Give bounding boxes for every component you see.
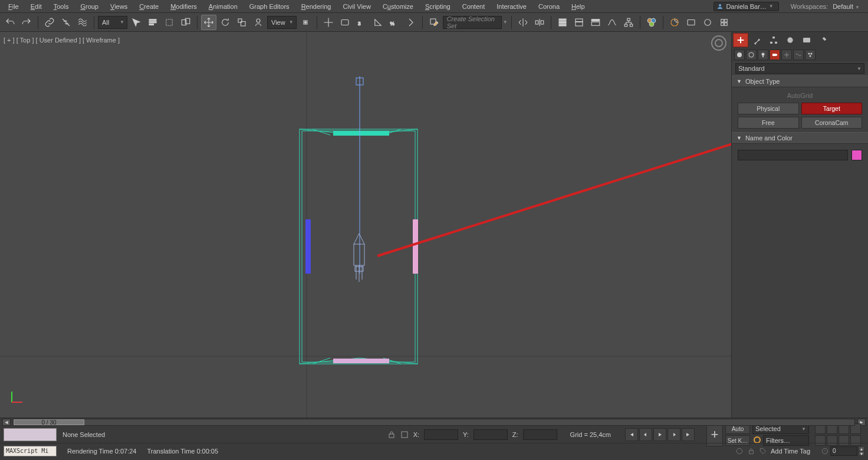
tab-modify[interactable] — [749, 33, 765, 47]
menu-interactive[interactable]: Interactive — [491, 1, 532, 12]
toggle-layer-explorer-button[interactable] — [571, 15, 587, 30]
menu-scripting[interactable]: Scripting — [419, 1, 456, 12]
camera-type-coronacam[interactable]: CoronaCam — [801, 117, 863, 129]
goto-end-button[interactable] — [682, 428, 695, 441]
render-production-button[interactable] — [700, 15, 715, 30]
previous-frame-button[interactable] — [639, 428, 652, 441]
bind-space-warp-button[interactable] — [75, 15, 90, 30]
autogrid-checkbox[interactable]: AutoGrid — [738, 91, 862, 103]
coord-x-input[interactable] — [424, 429, 458, 440]
time-tag-icon[interactable] — [759, 447, 767, 455]
redo-button[interactable] — [19, 15, 34, 30]
next-frame-button[interactable] — [668, 428, 680, 441]
object-color-swatch[interactable] — [851, 150, 862, 160]
material-editor-button[interactable] — [644, 15, 659, 30]
edit-named-selection-button[interactable] — [426, 15, 442, 30]
toggle-scene-explorer-button[interactable] — [555, 15, 570, 30]
menu-group[interactable]: Group — [74, 1, 104, 12]
time-slider-handle[interactable]: 0 / 30 — [14, 419, 84, 425]
maxscript-listener[interactable]: MAXScript Mi — [4, 446, 57, 456]
tab-display[interactable] — [799, 33, 814, 47]
rectangular-selection-button[interactable] — [162, 15, 177, 30]
angle-snap-button[interactable] — [370, 15, 386, 30]
select-object-button[interactable] — [129, 15, 144, 30]
menu-corona[interactable]: Corona — [532, 1, 565, 12]
add-time-tag-button[interactable]: Add Time Tag — [771, 448, 810, 455]
category-geometry[interactable] — [734, 50, 745, 60]
menu-file[interactable]: File — [2, 1, 25, 12]
window-crossing-button[interactable] — [178, 15, 193, 30]
menu-tools[interactable]: Tools — [48, 1, 75, 12]
spinner-snap-button[interactable] — [403, 15, 419, 30]
trackbar-thumbnail[interactable] — [4, 428, 57, 441]
absolute-mode-icon[interactable] — [400, 431, 409, 439]
menu-graph-editors[interactable]: Graph Editors — [244, 1, 295, 12]
frame-spinner-up[interactable]: ▲ — [859, 446, 864, 451]
current-frame-input[interactable]: 0 — [830, 446, 857, 456]
select-and-move-button[interactable] — [201, 15, 216, 30]
camera-type-free[interactable]: Free — [738, 117, 799, 129]
frame-spinner-down[interactable]: ▼ — [859, 451, 864, 456]
camera-type-physical[interactable]: Physical — [738, 103, 799, 114]
play-button[interactable] — [653, 428, 666, 441]
menu-views[interactable]: Views — [104, 1, 133, 12]
mirror-button[interactable] — [515, 15, 531, 30]
align-button[interactable] — [532, 15, 547, 30]
select-and-scale-button[interactable] — [234, 15, 249, 30]
menu-help[interactable]: Help — [565, 1, 591, 12]
chevron-down-icon[interactable]: ▼ — [503, 19, 508, 25]
snaps-toggle-button[interactable]: 3 — [354, 15, 369, 30]
goto-start-button[interactable] — [625, 428, 638, 441]
object-name-input[interactable] — [738, 150, 848, 160]
undo-button[interactable] — [2, 15, 18, 30]
tab-motion[interactable] — [782, 33, 798, 47]
select-by-name-button[interactable] — [145, 15, 160, 30]
curve-editor-button[interactable] — [604, 15, 620, 30]
category-lights[interactable] — [758, 50, 768, 60]
tab-utilities[interactable] — [816, 33, 831, 47]
menu-customize[interactable]: Customize — [377, 1, 419, 12]
timeline-start-button[interactable]: ◄ — [2, 419, 11, 426]
render-setup-button[interactable] — [667, 15, 682, 30]
tab-create[interactable] — [733, 33, 748, 47]
percent-snap-button[interactable]: % — [387, 15, 402, 30]
select-and-rotate-button[interactable] — [218, 15, 233, 30]
keyboard-shortcut-override-button[interactable] — [337, 15, 353, 30]
select-and-place-button[interactable] — [251, 15, 266, 30]
selection-lock-icon[interactable] — [747, 447, 755, 455]
workspace-dropdown[interactable]: Default ▼ — [833, 3, 860, 10]
rollout-name-color-header[interactable]: ▼ Name and Color — [732, 132, 868, 144]
select-and-manipulate-button[interactable] — [321, 15, 336, 30]
time-slider[interactable]: 0 / 30 — [13, 419, 855, 426]
use-pivot-center-button[interactable] — [298, 15, 313, 30]
camera-type-target[interactable]: Target — [801, 103, 863, 114]
time-config-icon[interactable] — [821, 447, 829, 455]
coord-y-input[interactable] — [474, 429, 508, 440]
selection-filter-dropdown[interactable]: All▼ — [98, 16, 127, 29]
toggle-ribbon-button[interactable] — [588, 15, 603, 30]
category-helpers[interactable] — [781, 50, 792, 60]
menu-content[interactable]: Content — [456, 1, 491, 12]
menu-modifiers[interactable]: Modifiers — [165, 1, 203, 12]
tab-hierarchy[interactable] — [766, 33, 781, 47]
link-button[interactable] — [42, 15, 57, 30]
category-space-warps[interactable] — [793, 50, 804, 60]
category-systems[interactable] — [805, 50, 816, 60]
viewport[interactable]: [ + ] [ Top ] [ User Defined ] [ Wirefra… — [0, 32, 731, 418]
named-selection-set-input[interactable]: Create Selection Set — [443, 16, 502, 29]
menu-civil-view[interactable]: Civil View — [337, 1, 376, 12]
menu-animation[interactable]: Animation — [203, 1, 244, 12]
isolate-selection-icon[interactable] — [735, 447, 744, 455]
coord-z-input[interactable] — [523, 429, 557, 440]
rendered-frame-window-button[interactable] — [683, 15, 699, 30]
schematic-view-button[interactable] — [621, 15, 636, 30]
reference-coordinate-dropdown[interactable]: View▼ — [267, 16, 297, 29]
user-account-button[interactable]: Daniela Bar… ▼ — [714, 2, 778, 11]
menu-edit[interactable]: Edit — [25, 1, 48, 12]
menu-rendering[interactable]: Rendering — [295, 1, 337, 12]
category-shapes[interactable] — [746, 50, 757, 60]
rollout-object-type-header[interactable]: ▼ Object Type — [732, 75, 868, 87]
create-subcategory-dropdown[interactable]: Standard▼ — [735, 63, 864, 74]
category-cameras[interactable] — [770, 50, 780, 60]
lock-selection-icon[interactable] — [387, 431, 396, 439]
